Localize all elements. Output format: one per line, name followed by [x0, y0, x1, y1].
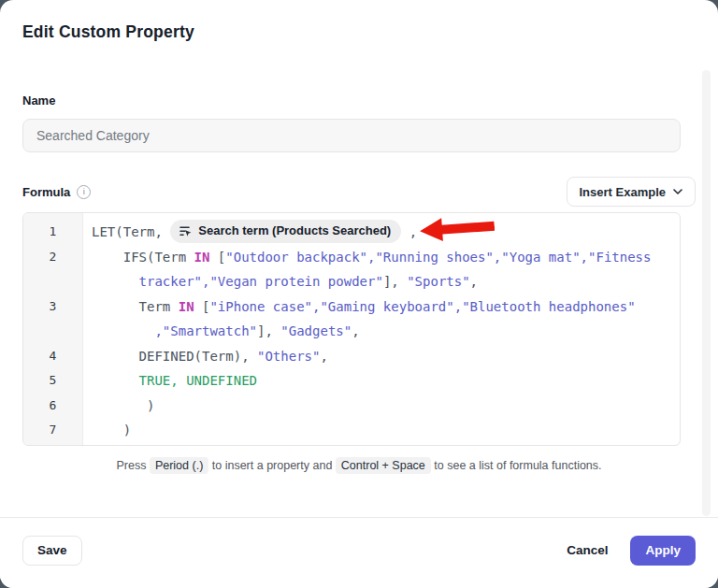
chevron-down-icon: [673, 189, 682, 194]
kbd-period: Period (.): [150, 457, 208, 474]
scrollbar-track[interactable]: [702, 70, 711, 516]
hint-text: to see a list of formula functions.: [434, 459, 601, 472]
property-chip[interactable]: Search term (Products Searched): [170, 220, 401, 243]
modal-title: Edit Custom Property: [22, 22, 696, 42]
name-input[interactable]: [22, 119, 681, 152]
save-button[interactable]: Save: [22, 536, 82, 566]
formula-code: 1LET(Term, Search term (Products Searche…: [23, 213, 680, 443]
line-number: 7: [23, 418, 82, 443]
line-number: 1: [23, 220, 82, 245]
code-line: 3 Term IN ["iPhone case","Gaming keyboar…: [23, 294, 680, 344]
code-line: 6 ): [23, 394, 680, 419]
line-number: 4: [23, 344, 82, 369]
name-label: Name: [22, 93, 696, 108]
red-arrow-annotation: [419, 213, 495, 244]
modal-footer: Save Cancel Apply: [0, 518, 718, 588]
apply-button[interactable]: Apply: [630, 536, 696, 566]
formula-hint: Press Period (.) to insert a property an…: [0, 459, 718, 472]
formula-header: Formula i Insert Example: [22, 177, 696, 207]
formula-label: Formula: [22, 185, 70, 199]
edit-custom-property-modal: Edit Custom Property Name Formula i Inse…: [0, 0, 718, 588]
hint-text: Press: [116, 459, 146, 472]
code-line: 1LET(Term, Search term (Products Searche…: [23, 220, 680, 245]
kbd-control-space: Control + Space: [336, 457, 431, 474]
info-icon[interactable]: i: [77, 185, 91, 199]
line-number: 5: [23, 368, 82, 394]
line-number: 3: [23, 294, 82, 344]
code-line: 4 DEFINED(Term), "Others",: [23, 344, 680, 369]
line-number: 6: [23, 394, 82, 419]
insert-example-button[interactable]: Insert Example: [567, 177, 696, 207]
code-line: 2 IFS(Term IN ["Outdoor backpack","Runni…: [23, 245, 680, 294]
hint-text: to insert a property and: [212, 459, 333, 472]
formula-editor[interactable]: 1LET(Term, Search term (Products Searche…: [22, 212, 681, 446]
property-chip-label: Search term (Products Searched): [198, 219, 391, 244]
cancel-button[interactable]: Cancel: [565, 536, 610, 566]
insert-field-icon: [179, 224, 193, 238]
insert-example-label: Insert Example: [580, 185, 667, 199]
code-line: 7 ): [23, 418, 680, 443]
line-number: 2: [23, 245, 82, 294]
code-line: 5 TRUE, UNDEFINED: [23, 368, 680, 394]
